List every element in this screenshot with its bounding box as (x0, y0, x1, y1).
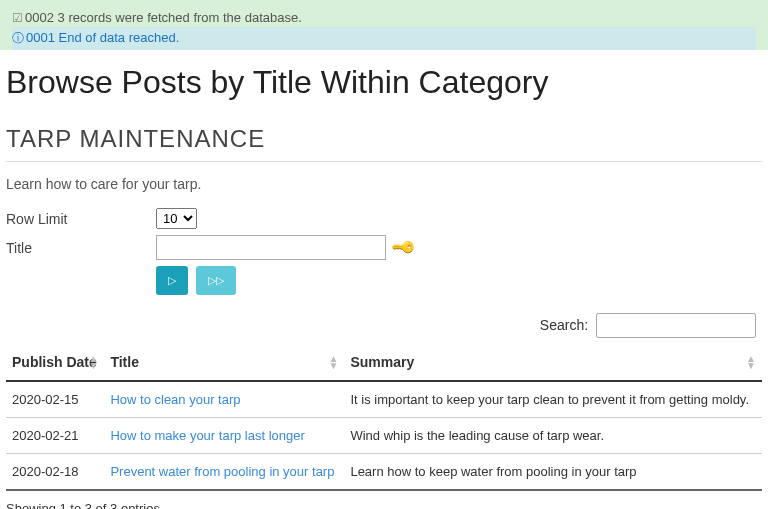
search-input[interactable] (596, 313, 756, 338)
cell-title: Prevent water from pooling in your tarp (104, 454, 344, 491)
row-limit-label: Row Limit (6, 211, 156, 227)
cell-title: How to clean your tarp (104, 381, 344, 418)
cell-date: 2020-02-21 (6, 418, 104, 454)
cell-summary: Learn how to keep water from pooling in … (344, 454, 762, 491)
row-limit-select[interactable]: 10 (156, 208, 197, 229)
info-icon: ⓘ (12, 31, 24, 45)
subtitle: Learn how to care for your tarp. (6, 176, 762, 192)
page-title: Browse Posts by Title Within Category (6, 64, 762, 101)
sort-icon: ▲▼ (329, 355, 339, 369)
cell-date: 2020-02-15 (6, 381, 104, 418)
msg-text: 3 records were fetched from the database… (58, 10, 302, 25)
search-label: Search: (540, 317, 588, 333)
category-heading: TARP MAINTENANCE (6, 125, 762, 153)
cell-date: 2020-02-18 (6, 454, 104, 491)
msg-code: 0001 (26, 30, 55, 45)
title-label: Title (6, 240, 156, 256)
col-publish-date[interactable]: Publish Date▲▼ (6, 344, 104, 381)
post-link[interactable]: How to make your tarp last longer (110, 428, 304, 443)
fast-forward-button[interactable]: ▷▷ (196, 266, 236, 295)
cell-summary: Wind whip is the leading cause of tarp w… (344, 418, 762, 454)
key-icon[interactable]: 🔑 (390, 234, 418, 262)
post-link[interactable]: How to clean your tarp (110, 392, 240, 407)
status-message-2: ⓘ0001 End of data reached. (12, 27, 756, 50)
divider (6, 161, 762, 162)
post-link[interactable]: Prevent water from pooling in your tarp (110, 464, 334, 479)
cell-title: How to make your tarp last longer (104, 418, 344, 454)
table-row: 2020-02-18Prevent water from pooling in … (6, 454, 762, 491)
play-button[interactable]: ▷ (156, 266, 188, 295)
posts-table: Publish Date▲▼ Title▲▼ Summary▲▼ 2020-02… (6, 344, 762, 491)
sort-icon: ▲▼ (89, 355, 99, 369)
col-title[interactable]: Title▲▼ (104, 344, 344, 381)
msg-text: End of data reached. (59, 30, 180, 45)
table-row: 2020-02-15How to clean your tarpIt is im… (6, 381, 762, 418)
msg-code: 0002 (25, 10, 54, 25)
cell-summary: It is important to keep your tarp clean … (344, 381, 762, 418)
check-icon: ☑ (12, 11, 23, 25)
table-row: 2020-02-21How to make your tarp last lon… (6, 418, 762, 454)
title-input[interactable] (156, 235, 386, 260)
message-banner: ☑0002 3 records were fetched from the da… (0, 0, 768, 50)
sort-icon: ▲▼ (746, 355, 756, 369)
table-info: Showing 1 to 3 of 3 entries (6, 501, 762, 509)
col-summary[interactable]: Summary▲▼ (344, 344, 762, 381)
status-message-1: ☑0002 3 records were fetched from the da… (12, 8, 756, 27)
